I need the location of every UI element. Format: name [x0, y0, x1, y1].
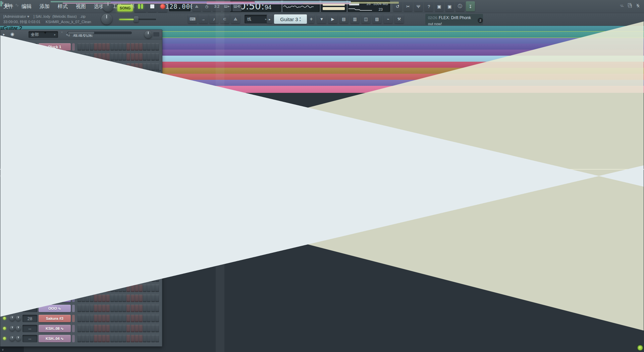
- vscroll-up-icon[interactable]: ∧: [2, 1, 4, 4]
- step-cell[interactable]: [135, 53, 139, 61]
- step-cell[interactable]: [102, 295, 106, 302]
- plugin-button[interactable]: ⌁: [383, 15, 393, 23]
- rack-add-channel-button[interactable]: +: [44, 30, 47, 35]
- step-cell[interactable]: [82, 305, 85, 312]
- step-cell[interactable]: [135, 285, 139, 292]
- step-cell[interactable]: [135, 315, 139, 322]
- step-cell[interactable]: [114, 335, 118, 342]
- channel-name-button[interactable]: Sakura #3: [39, 315, 71, 322]
- step-cell[interactable]: [94, 315, 98, 322]
- step-cell[interactable]: [135, 335, 139, 342]
- step-cell[interactable]: [126, 305, 130, 312]
- step-cell[interactable]: [98, 315, 102, 322]
- step-cell[interactable]: [131, 295, 135, 302]
- snap-selector[interactable]: 线▸: [245, 15, 269, 23]
- step-cell[interactable]: [135, 325, 139, 332]
- step-cell[interactable]: [139, 285, 143, 292]
- step-cell[interactable]: [131, 43, 135, 51]
- rack-menu-arrow-icon[interactable]: ▸: [3, 32, 5, 37]
- step-cell[interactable]: [110, 43, 114, 51]
- step-cell[interactable]: [90, 295, 94, 302]
- step-cell[interactable]: [86, 335, 89, 342]
- step-cell[interactable]: [77, 325, 81, 332]
- vscroll-down-icon[interactable]: ∨: [2, 348, 4, 351]
- step-cell[interactable]: [155, 285, 159, 292]
- step-cell[interactable]: [106, 53, 110, 61]
- step-cell[interactable]: [77, 315, 81, 322]
- step-cell[interactable]: [155, 325, 159, 332]
- step-cell[interactable]: [135, 43, 139, 51]
- step-cell[interactable]: [118, 53, 122, 61]
- step-cell[interactable]: [126, 295, 130, 302]
- step-cell[interactable]: [102, 335, 106, 342]
- pattern-prev-button[interactable]: ▸: [267, 15, 273, 23]
- step-cell[interactable]: [122, 305, 126, 312]
- step-cell[interactable]: [98, 335, 102, 342]
- step-cell[interactable]: [118, 325, 122, 332]
- channel-led[interactable]: [3, 337, 6, 340]
- step-cell[interactable]: [114, 305, 118, 312]
- step-cell[interactable]: [135, 305, 139, 312]
- step-cell[interactable]: [143, 305, 147, 312]
- channel-number[interactable]: --: [22, 325, 37, 332]
- step-cell[interactable]: [110, 325, 114, 332]
- flex-news-panel[interactable]: 02/26 FLEX: Drift Phonk out now!: [425, 14, 483, 25]
- step-cell[interactable]: [98, 325, 102, 332]
- channel-display-led[interactable]: [72, 43, 75, 51]
- step-cell[interactable]: [126, 53, 130, 61]
- rack-swing-knob[interactable]: [145, 31, 152, 38]
- step-cell[interactable]: [143, 295, 147, 302]
- step-cell[interactable]: [151, 295, 155, 302]
- step-cell[interactable]: [77, 335, 81, 342]
- typing-keyboard-icon[interactable]: ⌨: [188, 15, 197, 23]
- channel-pan-knob[interactable]: [10, 316, 15, 321]
- audio-tab[interactable]: ∿: [15, 2, 19, 8]
- step-cell[interactable]: [110, 315, 114, 322]
- step-cell[interactable]: [151, 305, 155, 312]
- step-cell[interactable]: [151, 285, 155, 292]
- rack-hscroll-thumb[interactable]: [68, 32, 94, 34]
- step-cell[interactable]: [143, 335, 147, 342]
- step-cell[interactable]: [131, 315, 135, 322]
- step-cell[interactable]: [82, 315, 85, 322]
- step-cell[interactable]: [155, 43, 159, 51]
- step-cell[interactable]: [143, 53, 147, 61]
- step-cell[interactable]: [151, 43, 155, 51]
- step-cell[interactable]: [139, 295, 143, 302]
- step-cell[interactable]: [90, 315, 94, 322]
- step-cell[interactable]: [147, 295, 151, 302]
- rack-hscroll-left-icon[interactable]: ‹: [61, 30, 62, 34]
- step-cell[interactable]: [139, 325, 143, 332]
- step-cell[interactable]: [126, 335, 130, 342]
- channel-pan-knob[interactable]: [10, 336, 15, 341]
- step-cell[interactable]: [94, 325, 98, 332]
- step-cell[interactable]: [82, 335, 85, 342]
- step-cell[interactable]: [131, 305, 135, 312]
- step-cell[interactable]: [147, 315, 151, 322]
- step-cell[interactable]: [94, 305, 98, 312]
- step-cell[interactable]: [155, 295, 159, 302]
- step-cell[interactable]: [147, 43, 151, 51]
- plugin-picker-button[interactable]: ▧: [372, 15, 382, 23]
- step-cell[interactable]: [114, 53, 118, 61]
- step-cell[interactable]: [86, 325, 89, 332]
- step-cell[interactable]: [110, 295, 114, 302]
- step-cell[interactable]: [106, 305, 110, 312]
- step-cell[interactable]: [155, 53, 159, 61]
- step-cell[interactable]: [131, 325, 135, 332]
- step-cell[interactable]: [86, 305, 89, 312]
- step-cell[interactable]: [90, 335, 94, 342]
- step-cell[interactable]: [106, 295, 110, 302]
- step-cell[interactable]: [106, 325, 110, 332]
- step-cell[interactable]: [135, 295, 139, 302]
- step-cell[interactable]: [155, 315, 159, 322]
- step-cell[interactable]: [94, 335, 98, 342]
- channel-rack-button[interactable]: ▤: [339, 15, 348, 23]
- piano-roll-button[interactable]: ▶: [328, 15, 337, 23]
- step-cell[interactable]: [151, 335, 155, 342]
- step-cell[interactable]: [122, 325, 126, 332]
- step-cell[interactable]: [139, 43, 143, 51]
- step-cell[interactable]: [139, 335, 143, 342]
- mixer-button[interactable]: ▥: [350, 15, 360, 23]
- channel-led[interactable]: [3, 317, 6, 320]
